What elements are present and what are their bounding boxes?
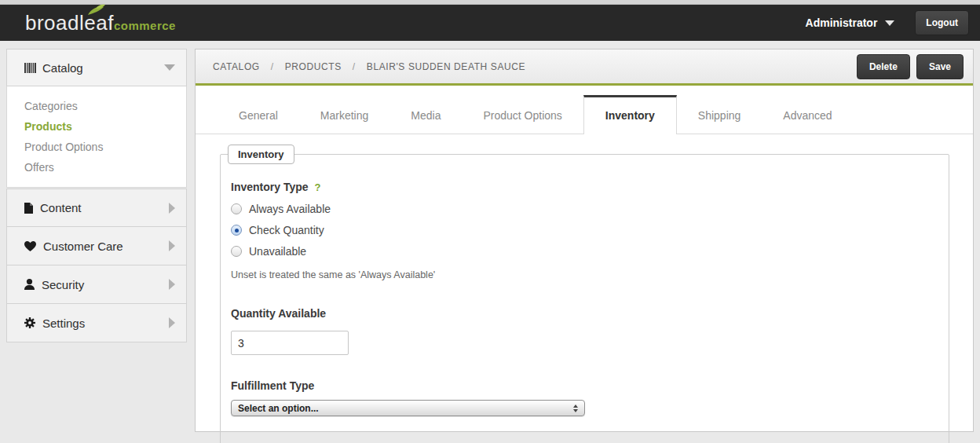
document-icon — [24, 203, 33, 214]
tab-product-options[interactable]: Product Options — [462, 97, 583, 134]
tab-advanced[interactable]: Advanced — [762, 97, 853, 134]
inventory-type-field: Inventory Type? — [231, 180, 933, 194]
inventory-type-hint: Unset is treated the same as 'Always Ava… — [231, 269, 933, 280]
leaf-icon — [85, 4, 108, 16]
radio-button-icon[interactable] — [231, 246, 242, 257]
chevron-right-icon — [169, 279, 175, 290]
sidebar-section-label: Customer Care — [43, 240, 123, 253]
save-button[interactable]: Save — [916, 54, 964, 79]
breadcrumb-products[interactable]: PRODUCTS — [285, 61, 342, 72]
sidebar-section-customer-care[interactable]: Customer Care — [6, 227, 187, 265]
catalog-submenu: Categories Products Product Options Offe… — [6, 86, 187, 188]
breadcrumb-separator: / — [271, 61, 274, 72]
main-panel: CATALOG / PRODUCTS / BLAIR'S SUDDEN DEAT… — [195, 49, 974, 432]
app-header: broadleaf commerce Administrator Logout — [0, 5, 980, 41]
broadleaf-logo: broadleaf commerce — [25, 11, 176, 35]
delete-button[interactable]: Delete — [857, 54, 910, 79]
tab-media[interactable]: Media — [389, 97, 462, 134]
quantity-available-input[interactable] — [231, 331, 349, 355]
chevron-right-icon — [169, 203, 175, 214]
select-updown-icon — [573, 405, 578, 412]
radio-button-icon[interactable] — [231, 203, 242, 214]
breadcrumb-bar: CATALOG / PRODUCTS / BLAIR'S SUDDEN DEAT… — [196, 49, 973, 86]
chevron-right-icon — [169, 317, 175, 328]
chevron-right-icon — [169, 240, 175, 251]
breadcrumb-current-product: BLAIR'S SUDDEN DEATH SAUCE — [367, 61, 525, 72]
chevron-down-icon — [164, 64, 175, 71]
sidebar-item-offers[interactable]: Offers — [24, 157, 186, 178]
help-icon[interactable]: ? — [315, 181, 321, 193]
sidebar-item-categories[interactable]: Categories — [24, 96, 186, 116]
fulfillment-type-select[interactable]: Select an option... — [231, 400, 585, 416]
quantity-available-label: Quantity Available — [231, 307, 933, 320]
sidebar-section-label: Settings — [42, 317, 85, 330]
user-icon — [24, 279, 35, 290]
sidebar-section-settings[interactable]: Settings — [6, 304, 187, 342]
sidebar-section-label: Content — [40, 201, 82, 214]
radio-button-selected-icon[interactable] — [231, 225, 242, 236]
sidebar: Catalog Categories Products Product Opti… — [6, 49, 187, 342]
sidebar-section-label: Security — [42, 278, 84, 291]
user-menu-label: Administrator — [806, 16, 878, 29]
logo-suffix-text: commerce — [114, 19, 176, 32]
breadcrumb-catalog[interactable]: CATALOG — [213, 61, 260, 72]
fieldset-legend: Inventory — [228, 145, 294, 164]
chevron-down-icon — [885, 20, 894, 26]
tab-inventory[interactable]: Inventory — [583, 95, 677, 134]
user-menu[interactable]: Administrator — [806, 16, 895, 29]
sidebar-section-catalog[interactable]: Catalog — [6, 49, 187, 86]
inventory-fieldset: Inventory Inventory Type? Always Availab… — [220, 154, 949, 443]
fulfillment-type-label: Fulfillment Type — [231, 379, 933, 392]
tab-general[interactable]: General — [218, 97, 299, 134]
radio-always-available[interactable]: Always Available — [231, 203, 933, 215]
page-body: Catalog Categories Products Product Opti… — [0, 41, 980, 443]
barcode-icon — [24, 63, 36, 73]
logout-button[interactable]: Logout — [915, 10, 969, 35]
tab-marketing[interactable]: Marketing — [299, 97, 389, 134]
sidebar-section-label: Catalog — [42, 61, 83, 75]
radio-check-quantity[interactable]: Check Quantity — [231, 224, 933, 236]
sidebar-section-content[interactable]: Content — [6, 189, 187, 227]
tab-bar: General Marketing Media Product Options … — [196, 97, 973, 134]
breadcrumb: CATALOG / PRODUCTS / BLAIR'S SUDDEN DEAT… — [213, 61, 525, 72]
sidebar-item-product-options[interactable]: Product Options — [24, 137, 186, 157]
tab-shipping[interactable]: Shipping — [677, 97, 762, 134]
sidebar-section-security[interactable]: Security — [6, 265, 187, 304]
breadcrumb-separator: / — [353, 61, 356, 72]
heart-icon — [24, 241, 36, 251]
radio-unavailable[interactable]: Unavailable — [231, 245, 933, 258]
gear-icon — [24, 317, 35, 328]
sidebar-item-products[interactable]: Products — [24, 116, 186, 137]
select-value: Select an option... — [238, 403, 573, 414]
inventory-type-label: Inventory Type — [231, 181, 309, 193]
